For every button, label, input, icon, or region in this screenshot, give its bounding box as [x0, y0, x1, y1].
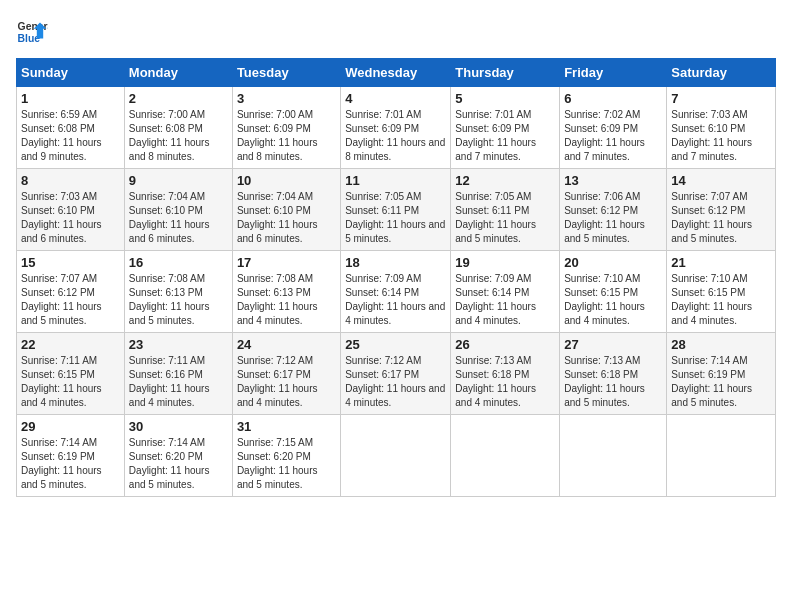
col-header-thursday: Thursday [451, 59, 560, 87]
day-number: 17 [237, 255, 336, 270]
day-number: 9 [129, 173, 228, 188]
calendar-cell [341, 415, 451, 497]
calendar-cell: 9 Sunrise: 7:04 AMSunset: 6:10 PMDayligh… [124, 169, 232, 251]
col-header-saturday: Saturday [667, 59, 776, 87]
col-header-wednesday: Wednesday [341, 59, 451, 87]
day-info: Sunrise: 7:12 AMSunset: 6:17 PMDaylight:… [237, 355, 318, 408]
day-number: 18 [345, 255, 446, 270]
calendar-cell: 3 Sunrise: 7:00 AMSunset: 6:09 PMDayligh… [232, 87, 340, 169]
col-header-tuesday: Tuesday [232, 59, 340, 87]
day-info: Sunrise: 7:15 AMSunset: 6:20 PMDaylight:… [237, 437, 318, 490]
calendar-cell: 13 Sunrise: 7:06 AMSunset: 6:12 PMDaylig… [560, 169, 667, 251]
calendar-cell: 10 Sunrise: 7:04 AMSunset: 6:10 PMDaylig… [232, 169, 340, 251]
calendar-cell: 8 Sunrise: 7:03 AMSunset: 6:10 PMDayligh… [17, 169, 125, 251]
day-number: 8 [21, 173, 120, 188]
page-header: General Blue [16, 16, 776, 48]
calendar-cell: 22 Sunrise: 7:11 AMSunset: 6:15 PMDaylig… [17, 333, 125, 415]
day-info: Sunrise: 7:08 AMSunset: 6:13 PMDaylight:… [129, 273, 210, 326]
day-number: 25 [345, 337, 446, 352]
day-number: 16 [129, 255, 228, 270]
calendar-cell: 6 Sunrise: 7:02 AMSunset: 6:09 PMDayligh… [560, 87, 667, 169]
day-number: 26 [455, 337, 555, 352]
day-info: Sunrise: 7:14 AMSunset: 6:19 PMDaylight:… [21, 437, 102, 490]
day-number: 28 [671, 337, 771, 352]
day-number: 10 [237, 173, 336, 188]
day-info: Sunrise: 7:07 AMSunset: 6:12 PMDaylight:… [21, 273, 102, 326]
day-info: Sunrise: 7:05 AMSunset: 6:11 PMDaylight:… [455, 191, 536, 244]
day-number: 3 [237, 91, 336, 106]
day-number: 19 [455, 255, 555, 270]
calendar-cell: 31 Sunrise: 7:15 AMSunset: 6:20 PMDaylig… [232, 415, 340, 497]
day-number: 24 [237, 337, 336, 352]
day-info: Sunrise: 7:04 AMSunset: 6:10 PMDaylight:… [237, 191, 318, 244]
day-number: 27 [564, 337, 662, 352]
calendar-cell: 25 Sunrise: 7:12 AMSunset: 6:17 PMDaylig… [341, 333, 451, 415]
day-number: 2 [129, 91, 228, 106]
day-number: 31 [237, 419, 336, 434]
calendar-cell: 30 Sunrise: 7:14 AMSunset: 6:20 PMDaylig… [124, 415, 232, 497]
col-header-monday: Monday [124, 59, 232, 87]
calendar-table: SundayMondayTuesdayWednesdayThursdayFrid… [16, 58, 776, 497]
day-info: Sunrise: 7:07 AMSunset: 6:12 PMDaylight:… [671, 191, 752, 244]
calendar-cell: 18 Sunrise: 7:09 AMSunset: 6:14 PMDaylig… [341, 251, 451, 333]
calendar-cell: 15 Sunrise: 7:07 AMSunset: 6:12 PMDaylig… [17, 251, 125, 333]
day-info: Sunrise: 7:09 AMSunset: 6:14 PMDaylight:… [455, 273, 536, 326]
calendar-cell: 7 Sunrise: 7:03 AMSunset: 6:10 PMDayligh… [667, 87, 776, 169]
calendar-cell: 5 Sunrise: 7:01 AMSunset: 6:09 PMDayligh… [451, 87, 560, 169]
calendar-cell: 26 Sunrise: 7:13 AMSunset: 6:18 PMDaylig… [451, 333, 560, 415]
day-info: Sunrise: 7:11 AMSunset: 6:16 PMDaylight:… [129, 355, 210, 408]
calendar-cell: 12 Sunrise: 7:05 AMSunset: 6:11 PMDaylig… [451, 169, 560, 251]
calendar-cell: 21 Sunrise: 7:10 AMSunset: 6:15 PMDaylig… [667, 251, 776, 333]
calendar-cell: 2 Sunrise: 7:00 AMSunset: 6:08 PMDayligh… [124, 87, 232, 169]
day-info: Sunrise: 7:11 AMSunset: 6:15 PMDaylight:… [21, 355, 102, 408]
day-number: 20 [564, 255, 662, 270]
day-info: Sunrise: 7:00 AMSunset: 6:09 PMDaylight:… [237, 109, 318, 162]
calendar-cell: 23 Sunrise: 7:11 AMSunset: 6:16 PMDaylig… [124, 333, 232, 415]
day-info: Sunrise: 6:59 AMSunset: 6:08 PMDaylight:… [21, 109, 102, 162]
day-number: 4 [345, 91, 446, 106]
calendar-cell: 14 Sunrise: 7:07 AMSunset: 6:12 PMDaylig… [667, 169, 776, 251]
calendar-cell [451, 415, 560, 497]
calendar-cell: 20 Sunrise: 7:10 AMSunset: 6:15 PMDaylig… [560, 251, 667, 333]
calendar-cell [560, 415, 667, 497]
day-number: 1 [21, 91, 120, 106]
calendar-cell: 29 Sunrise: 7:14 AMSunset: 6:19 PMDaylig… [17, 415, 125, 497]
day-info: Sunrise: 7:01 AMSunset: 6:09 PMDaylight:… [345, 109, 445, 162]
day-info: Sunrise: 7:14 AMSunset: 6:19 PMDaylight:… [671, 355, 752, 408]
day-number: 23 [129, 337, 228, 352]
day-info: Sunrise: 7:10 AMSunset: 6:15 PMDaylight:… [564, 273, 645, 326]
logo: General Blue [16, 16, 48, 48]
day-info: Sunrise: 7:08 AMSunset: 6:13 PMDaylight:… [237, 273, 318, 326]
day-number: 12 [455, 173, 555, 188]
day-info: Sunrise: 7:03 AMSunset: 6:10 PMDaylight:… [21, 191, 102, 244]
day-number: 6 [564, 91, 662, 106]
day-number: 13 [564, 173, 662, 188]
col-header-sunday: Sunday [17, 59, 125, 87]
day-number: 15 [21, 255, 120, 270]
calendar-cell: 11 Sunrise: 7:05 AMSunset: 6:11 PMDaylig… [341, 169, 451, 251]
logo-icon: General Blue [16, 16, 48, 48]
day-number: 21 [671, 255, 771, 270]
day-number: 30 [129, 419, 228, 434]
day-number: 29 [21, 419, 120, 434]
day-number: 11 [345, 173, 446, 188]
calendar-cell: 1 Sunrise: 6:59 AMSunset: 6:08 PMDayligh… [17, 87, 125, 169]
calendar-cell: 17 Sunrise: 7:08 AMSunset: 6:13 PMDaylig… [232, 251, 340, 333]
day-info: Sunrise: 7:06 AMSunset: 6:12 PMDaylight:… [564, 191, 645, 244]
day-number: 7 [671, 91, 771, 106]
day-info: Sunrise: 7:00 AMSunset: 6:08 PMDaylight:… [129, 109, 210, 162]
calendar-cell: 28 Sunrise: 7:14 AMSunset: 6:19 PMDaylig… [667, 333, 776, 415]
calendar-cell: 24 Sunrise: 7:12 AMSunset: 6:17 PMDaylig… [232, 333, 340, 415]
day-info: Sunrise: 7:03 AMSunset: 6:10 PMDaylight:… [671, 109, 752, 162]
calendar-cell [667, 415, 776, 497]
day-info: Sunrise: 7:09 AMSunset: 6:14 PMDaylight:… [345, 273, 445, 326]
day-number: 14 [671, 173, 771, 188]
day-info: Sunrise: 7:14 AMSunset: 6:20 PMDaylight:… [129, 437, 210, 490]
calendar-cell: 27 Sunrise: 7:13 AMSunset: 6:18 PMDaylig… [560, 333, 667, 415]
day-info: Sunrise: 7:12 AMSunset: 6:17 PMDaylight:… [345, 355, 445, 408]
calendar-cell: 16 Sunrise: 7:08 AMSunset: 6:13 PMDaylig… [124, 251, 232, 333]
day-info: Sunrise: 7:01 AMSunset: 6:09 PMDaylight:… [455, 109, 536, 162]
day-number: 5 [455, 91, 555, 106]
day-number: 22 [21, 337, 120, 352]
day-info: Sunrise: 7:13 AMSunset: 6:18 PMDaylight:… [564, 355, 645, 408]
